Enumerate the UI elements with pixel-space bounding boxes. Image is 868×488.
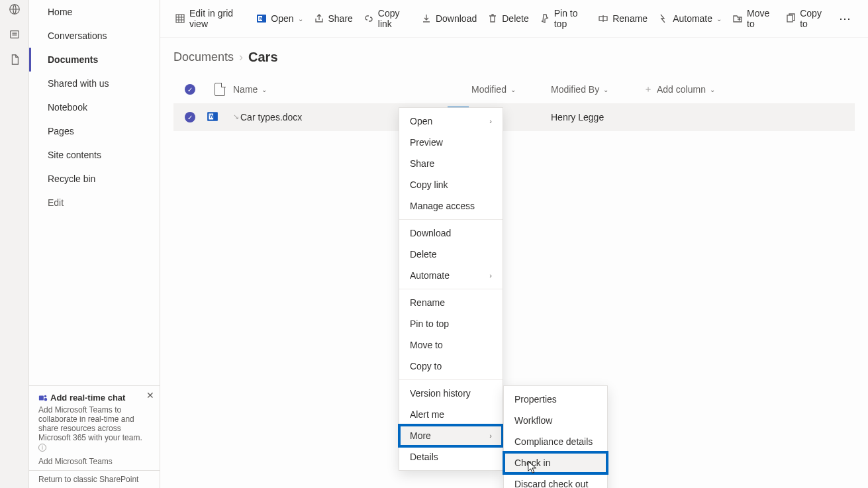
- promo-title-text: Add real-time chat: [50, 393, 125, 403]
- breadcrumb: Documents › Cars: [160, 38, 868, 72]
- nav-conversations[interactable]: Conversations: [29, 24, 160, 48]
- word-file-icon: W: [207, 111, 218, 122]
- svg-rect-4: [44, 398, 47, 401]
- cmd-pin[interactable]: Pin to top: [537, 5, 591, 32]
- ctx-preview[interactable]: Preview: [399, 132, 503, 153]
- list-header: ✓ Name⌄ Modified⌄ Modified By⌄ ＋Add colu…: [173, 75, 855, 103]
- cmd-rename[interactable]: Rename: [595, 11, 650, 26]
- sub-properties[interactable]: Properties: [504, 389, 607, 410]
- promo-title: Add real-time chat: [38, 393, 152, 403]
- nav-shared[interactable]: Shared with us: [29, 72, 160, 95]
- ctx-open[interactable]: Open›: [399, 111, 503, 132]
- chevron-down-icon: ⌄: [510, 86, 516, 93]
- svg-point-3: [44, 395, 47, 398]
- menu-separator: [399, 379, 503, 380]
- nav-notebook[interactable]: Notebook: [29, 95, 160, 119]
- cmd-open[interactable]: W Open ⌄: [254, 11, 305, 26]
- row-selected-icon[interactable]: ✓: [185, 112, 195, 122]
- cmd-edit-grid[interactable]: Edit in grid view: [172, 5, 248, 32]
- modified-by-value: Henry Legge: [551, 112, 644, 122]
- app-rail: [0, 0, 29, 488]
- chevron-down-icon: ⌄: [716, 15, 722, 23]
- svg-rect-10: [787, 15, 793, 22]
- cmd-automate[interactable]: Automate ⌄: [655, 11, 724, 26]
- chevron-right-icon: ›: [239, 50, 243, 64]
- add-teams-link[interactable]: Add Microsoft Teams: [38, 457, 152, 466]
- command-bar: Edit in grid view W Open ⌄ Share Copy li…: [160, 0, 868, 38]
- globe-icon[interactable]: [8, 3, 21, 16]
- ctx-pin[interactable]: Pin to top: [399, 313, 503, 334]
- col-modified-by[interactable]: Modified By⌄: [551, 84, 644, 95]
- ctx-manage-access[interactable]: Manage access: [399, 195, 503, 217]
- chevron-right-icon: ›: [489, 271, 492, 279]
- close-icon[interactable]: ✕: [146, 390, 154, 401]
- chevron-down-icon: ⌄: [262, 86, 267, 93]
- svg-text:W: W: [210, 114, 215, 119]
- nav-site-contents[interactable]: Site contents: [29, 143, 160, 167]
- ctx-version[interactable]: Version history: [399, 383, 503, 404]
- cmd-delete[interactable]: Delete: [485, 11, 531, 26]
- chevron-right-icon: ›: [489, 432, 492, 440]
- cmd-overflow[interactable]: ⋯: [835, 11, 856, 26]
- file-type-icon: [215, 83, 225, 96]
- svg-rect-1: [10, 31, 19, 38]
- cursor-icon: [527, 460, 539, 475]
- sub-discard[interactable]: Discard check out: [504, 473, 607, 488]
- cmd-move[interactable]: Move to: [730, 5, 777, 32]
- cmd-download[interactable]: Download: [418, 11, 479, 26]
- sub-workflow[interactable]: Workflow: [504, 410, 607, 431]
- context-menu: Open› Preview Share Copy link Manage acc…: [399, 107, 503, 471]
- ctx-copylink[interactable]: Copy link: [399, 174, 503, 195]
- ctx-automate[interactable]: Automate›: [399, 265, 503, 286]
- promo-body: Add Microsoft Teams to collaborate in re…: [38, 405, 152, 452]
- ctx-rename[interactable]: Rename: [399, 292, 503, 313]
- svg-text:W: W: [259, 17, 263, 21]
- file-name[interactable]: Car types.docx: [240, 112, 302, 122]
- cmd-copylink[interactable]: Copy link: [361, 5, 413, 32]
- add-column-button[interactable]: ＋Add column⌄: [644, 83, 855, 95]
- ctx-move[interactable]: Move to: [399, 334, 503, 356]
- ctx-share[interactable]: Share: [399, 153, 503, 174]
- nav-edit[interactable]: Edit: [29, 191, 160, 215]
- chevron-right-icon: ›: [489, 117, 492, 125]
- site-navigation: Home Conversations Documents Shared with…: [29, 0, 160, 488]
- menu-separator: [399, 289, 503, 289]
- context-submenu: Properties Workflow Compliance details C…: [503, 385, 608, 488]
- ctx-alert[interactable]: Alert me: [399, 404, 503, 425]
- nav-recycle[interactable]: Recycle bin: [29, 167, 160, 191]
- menu-separator: [399, 219, 503, 220]
- teams-promo: ✕ Add real-time chat Add Microsoft Teams…: [29, 385, 160, 470]
- ctx-details[interactable]: Details: [399, 446, 503, 467]
- select-all-toggle[interactable]: ✓: [185, 84, 195, 95]
- breadcrumb-current: Cars: [248, 50, 277, 65]
- cmd-share[interactable]: Share: [311, 11, 356, 26]
- nav-documents[interactable]: Documents: [29, 48, 160, 72]
- chevron-down-icon: ⌄: [710, 86, 715, 93]
- ctx-more[interactable]: More›: [399, 425, 503, 446]
- document-list: ✓ Name⌄ Modified⌄ Modified By⌄ ＋Add colu…: [173, 75, 855, 131]
- checkout-indicator-icon: ↘: [233, 113, 239, 121]
- breadcrumb-parent[interactable]: Documents: [173, 50, 234, 64]
- info-icon[interactable]: i: [38, 444, 46, 452]
- col-name[interactable]: Name⌄: [233, 84, 392, 95]
- plus-icon: ＋: [644, 83, 653, 95]
- ctx-download[interactable]: Download: [399, 222, 503, 244]
- nav-home[interactable]: Home: [29, 0, 160, 24]
- svg-rect-2: [39, 396, 44, 401]
- news-icon[interactable]: [8, 28, 21, 41]
- sub-compliance[interactable]: Compliance details: [504, 431, 607, 452]
- col-modified[interactable]: Modified⌄: [471, 84, 551, 95]
- cmd-copy[interactable]: Copy to: [783, 5, 830, 32]
- ctx-copy[interactable]: Copy to: [399, 356, 503, 377]
- file-row[interactable]: ✓ W ↘Car types.docx ⊘ ⋮ Henry Legge: [173, 103, 855, 131]
- chevron-down-icon: ⌄: [298, 15, 303, 23]
- ctx-delete[interactable]: Delete: [399, 244, 503, 265]
- svg-rect-5: [176, 15, 184, 23]
- nav-pages[interactable]: Pages: [29, 119, 160, 143]
- return-classic-link[interactable]: Return to classic SharePoint: [29, 470, 160, 488]
- chevron-down-icon: ⌄: [603, 86, 608, 93]
- files-icon[interactable]: [8, 53, 21, 66]
- sub-checkin[interactable]: Check in: [504, 452, 607, 473]
